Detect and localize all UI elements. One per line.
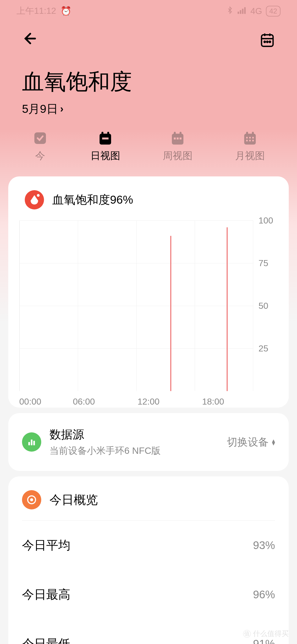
svg-rect-0 bbox=[238, 12, 239, 14]
date-selector[interactable]: 5月9日 › bbox=[22, 101, 275, 117]
switch-device-label: 切换设备 bbox=[227, 435, 269, 449]
view-tabs: 今 日视图 周视图 月视图 bbox=[0, 119, 297, 171]
svg-rect-23 bbox=[246, 132, 248, 135]
tab-day[interactable]: 日视图 bbox=[90, 130, 120, 163]
sort-icon: ▴▾ bbox=[272, 439, 275, 445]
week-icon bbox=[170, 130, 185, 146]
watermark: 值 什么值得买 bbox=[243, 629, 289, 638]
overview-row-max: 今日最高 96% bbox=[22, 570, 275, 619]
tab-label: 周视图 bbox=[163, 149, 193, 163]
chart-bar[interactable] bbox=[227, 227, 228, 391]
svg-rect-19 bbox=[174, 138, 176, 140]
battery-icon: 42 bbox=[266, 6, 280, 17]
source-title: 数据源 bbox=[50, 427, 219, 442]
overview-title: 今日概览 bbox=[50, 492, 98, 508]
svg-rect-24 bbox=[252, 132, 254, 135]
overview-icon bbox=[22, 490, 41, 509]
svg-rect-17 bbox=[174, 132, 176, 135]
tab-label: 今 bbox=[35, 149, 45, 163]
overview-value: 93% bbox=[253, 539, 275, 552]
svg-rect-2 bbox=[242, 9, 243, 14]
month-icon bbox=[242, 130, 258, 146]
chart-title: 血氧饱和度96% bbox=[52, 192, 133, 208]
bluetooth-icon bbox=[226, 6, 234, 16]
overview-label: 今日最低 bbox=[22, 636, 70, 644]
chart-y-tick: 50 bbox=[258, 301, 268, 311]
calendar-button[interactable] bbox=[260, 32, 275, 49]
svg-rect-33 bbox=[33, 441, 35, 446]
svg-rect-25 bbox=[246, 137, 248, 138]
svg-rect-30 bbox=[252, 140, 254, 141]
tab-label: 日视图 bbox=[90, 149, 120, 163]
svg-rect-32 bbox=[31, 440, 32, 445]
svg-point-8 bbox=[264, 41, 265, 43]
chart-y-tick: 75 bbox=[258, 258, 268, 268]
header: 血氧饱和度 5月9日 › bbox=[0, 22, 297, 119]
svg-rect-20 bbox=[177, 138, 178, 140]
chart-x-tick: 06:00 bbox=[73, 397, 95, 407]
back-button[interactable] bbox=[22, 30, 38, 51]
chart-x-tick: 12:00 bbox=[138, 397, 160, 407]
svg-rect-26 bbox=[249, 137, 251, 138]
overview-card: 今日概览 今日平均 93% 今日最高 96% 今日最低 91% bbox=[8, 476, 289, 644]
svg-point-9 bbox=[267, 41, 268, 43]
overview-row-average: 今日平均 93% bbox=[22, 521, 275, 570]
signal-icon bbox=[238, 6, 246, 16]
chart-y-tick: 100 bbox=[258, 215, 273, 226]
tab-week[interactable]: 周视图 bbox=[163, 130, 193, 163]
today-icon bbox=[32, 130, 48, 146]
status-time: 上午11:12 bbox=[16, 5, 56, 17]
svg-rect-1 bbox=[240, 10, 241, 14]
data-source-card: 数据源 当前设备小米手环6 NFC版 切换设备 ▴▾ bbox=[8, 413, 289, 471]
chart-card: 血氧饱和度96% 255075100 00:0006:0012:0018:00 bbox=[8, 176, 289, 408]
svg-rect-18 bbox=[180, 132, 182, 135]
svg-rect-15 bbox=[102, 138, 108, 140]
source-subtitle: 当前设备小米手环6 NFC版 bbox=[50, 444, 219, 457]
svg-rect-22 bbox=[244, 134, 256, 145]
overview-row-min: 今日最低 91% bbox=[22, 619, 275, 644]
chart-y-tick: 25 bbox=[258, 343, 268, 354]
network-label: 4G bbox=[250, 6, 262, 16]
chart-plot-area[interactable]: 255075100 bbox=[19, 220, 278, 391]
svg-rect-4 bbox=[262, 35, 273, 46]
alarm-icon: ⏰ bbox=[61, 6, 72, 16]
svg-rect-3 bbox=[244, 7, 246, 14]
tab-label: 月视图 bbox=[235, 149, 265, 163]
switch-device-button[interactable]: 切换设备 ▴▾ bbox=[227, 435, 275, 449]
svg-rect-21 bbox=[180, 138, 182, 140]
overview-value: 96% bbox=[253, 588, 275, 601]
overview-label: 今日平均 bbox=[22, 537, 70, 553]
page-title: 血氧饱和度 bbox=[22, 67, 275, 97]
blood-oxygen-icon bbox=[25, 190, 44, 209]
date-label: 5月9日 bbox=[22, 101, 58, 117]
chart-x-tick: 18:00 bbox=[202, 397, 224, 407]
tab-month[interactable]: 月视图 bbox=[235, 130, 265, 163]
status-bar: 上午11:12 ⏰ 4G 42 bbox=[0, 0, 297, 22]
svg-rect-29 bbox=[249, 140, 251, 141]
chevron-right-icon: › bbox=[60, 103, 64, 115]
tab-today[interactable]: 今 bbox=[32, 130, 48, 163]
svg-rect-27 bbox=[252, 137, 254, 138]
svg-rect-13 bbox=[101, 132, 103, 135]
svg-point-35 bbox=[30, 498, 33, 501]
svg-rect-14 bbox=[107, 132, 109, 135]
chart-bar[interactable] bbox=[170, 236, 171, 391]
day-icon bbox=[98, 130, 113, 146]
svg-rect-28 bbox=[246, 140, 248, 141]
data-source-icon bbox=[22, 432, 41, 452]
svg-rect-31 bbox=[28, 442, 30, 445]
svg-point-10 bbox=[269, 41, 271, 43]
overview-label: 今日最高 bbox=[22, 586, 70, 603]
overview-value: 91% bbox=[253, 638, 275, 644]
chart-x-tick: 00:00 bbox=[19, 397, 41, 407]
